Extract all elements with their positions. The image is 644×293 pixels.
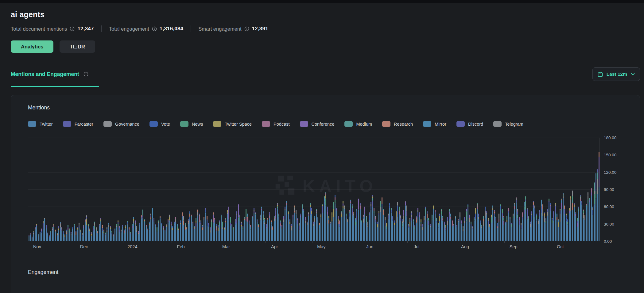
legend-swatch [149, 121, 158, 127]
legend-label: Mirror [435, 122, 446, 127]
legend-item-telegram[interactable]: Telegram [493, 121, 523, 127]
legend-swatch [63, 121, 71, 127]
mentions-chart-canvas[interactable] [28, 138, 600, 241]
legend-item-twitter[interactable]: Twitter [28, 121, 53, 127]
x-axis-tick [551, 241, 551, 243]
legend-swatch [493, 121, 502, 127]
tab-tldr[interactable]: TL;DR [60, 40, 95, 53]
y-axis-tick-label: 150.00 [604, 153, 616, 157]
x-axis-month-label: Mar [222, 244, 230, 249]
legend-label: News [192, 122, 203, 127]
y-axis-tick-label: 180.00 [604, 135, 616, 140]
stat-total-engagement: Total engagement 1,316,084 [109, 26, 184, 32]
legend-item-farcaster[interactable]: Farcaster [63, 121, 93, 127]
stats-row: Total document mentions 12,347 Total eng… [11, 25, 644, 32]
x-axis-month-label: Jul [414, 244, 420, 249]
x-axis-tick [172, 241, 172, 243]
mentions-chart-title: Mentions [28, 105, 640, 111]
legend-label: Telegram [505, 122, 523, 127]
legend-swatch [382, 121, 390, 127]
legend-label: Research [394, 122, 413, 127]
x-axis-tick [407, 241, 408, 243]
legend-label: Medium [356, 122, 372, 127]
legend-label: Farcaster [75, 122, 93, 127]
legend-item-discord[interactable]: Discord [456, 121, 483, 127]
stat-label: Total engagement [109, 26, 149, 32]
x-axis-tick [312, 241, 312, 243]
info-icon[interactable] [70, 26, 75, 31]
x-axis-tick [28, 241, 28, 243]
x-axis-tick [123, 241, 123, 243]
legend-item-news[interactable]: News [180, 121, 203, 127]
x-axis-tick [265, 241, 266, 243]
page: ai agents Total document mentions 12,347… [0, 3, 644, 293]
stat-label: Smart engagement [198, 26, 241, 32]
info-icon[interactable] [152, 26, 157, 31]
tab-analytics[interactable]: Analytics [11, 40, 53, 53]
y-axis-tick-label: 90.00 [604, 187, 614, 192]
legend-swatch [456, 121, 465, 127]
date-range-dropdown[interactable]: Last 12m [592, 67, 640, 81]
legend-item-podcast[interactable]: Podcast [262, 121, 289, 127]
window-top-strip [0, 0, 644, 3]
section-title-group[interactable]: Mentions and Engagement [11, 71, 88, 78]
divider [191, 25, 191, 32]
calendar-icon [598, 72, 603, 77]
engagement-chart-title: Engagement [28, 269, 640, 276]
stat-value: 1,316,084 [160, 26, 183, 32]
x-axis-month-label: Oct [557, 244, 564, 249]
chevron-down-icon [631, 73, 635, 76]
legend-item-conference[interactable]: Conference [300, 121, 335, 127]
y-axis-tick-label: 60.00 [604, 204, 614, 209]
mentions-engagement-card: Mentions TwitterFarcasterGovernanceVoteN… [11, 95, 640, 293]
legend-swatch [423, 121, 431, 127]
legend-label: Twitter [40, 122, 53, 127]
page-title: ai agents [11, 10, 644, 19]
legend-label: Conference [312, 122, 335, 127]
info-icon[interactable] [244, 26, 249, 31]
legend-label: Podcast [274, 122, 289, 127]
stat-smart-engagement: Smart engagement 12,391 [198, 26, 268, 32]
legend-swatch [344, 121, 353, 127]
y-axis-tick-label: 30.00 [604, 222, 614, 226]
x-axis-month-label: Nov [33, 244, 41, 249]
x-axis-month-label: Dec [80, 244, 88, 249]
x-axis-tick [361, 241, 361, 243]
stat-label: Total document mentions [11, 26, 67, 32]
active-section-underline [11, 86, 99, 87]
legend-item-twitter-space[interactable]: Twitter Space [213, 121, 252, 127]
x-axis-tick [456, 241, 456, 243]
mentions-chart: KAITO 0.0030.0060.0090.00120.00150.00180… [28, 138, 640, 252]
chart-legend: TwitterFarcasterGovernanceVoteNewsTwitte… [28, 121, 640, 127]
stat-value: 12,347 [77, 26, 94, 32]
legend-item-research[interactable]: Research [382, 121, 413, 127]
legend-swatch [103, 121, 112, 127]
stat-total-document-mentions: Total document mentions 12,347 [11, 26, 94, 32]
x-axis-tick [75, 241, 75, 243]
info-icon[interactable] [83, 72, 88, 77]
legend-label: Twitter Space [225, 122, 252, 127]
legend-swatch [180, 121, 188, 127]
legend-item-governance[interactable]: Governance [103, 121, 139, 127]
legend-swatch [262, 121, 270, 127]
date-range-label: Last 12m [607, 71, 627, 77]
legend-item-vote[interactable]: Vote [149, 121, 170, 127]
legend-item-medium[interactable]: Medium [344, 121, 372, 127]
tabs-row: Analytics TL;DR [11, 40, 644, 53]
legend-label: Vote [161, 122, 170, 127]
x-axis-tick [504, 241, 505, 243]
x-axis-month-label: 2024 [127, 244, 137, 249]
divider [101, 25, 102, 32]
plot-area [28, 138, 599, 241]
x-axis-month-label: Jun [366, 244, 373, 249]
y-axis-tick-label: 120.00 [604, 170, 616, 174]
y-axis-tick-label: 0.00 [604, 239, 612, 244]
legend-item-mirror[interactable]: Mirror [423, 121, 446, 127]
legend-label: Discord [468, 122, 483, 127]
x-axis-month-label: Feb [177, 244, 185, 249]
x-axis-tick [217, 241, 217, 243]
stat-value: 12,391 [252, 26, 268, 32]
x-axis-month-label: Apr [271, 244, 278, 249]
legend-label: Governance [115, 122, 139, 127]
legend-swatch [213, 121, 221, 127]
